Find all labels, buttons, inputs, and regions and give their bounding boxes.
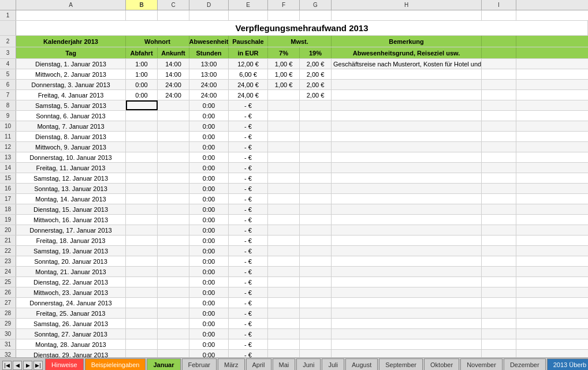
cell-27-D[interactable]: 0:00 (189, 298, 229, 308)
cell-15-I[interactable] (482, 173, 516, 183)
cell-15-G[interactable] (300, 173, 332, 183)
cell-17-D[interactable]: 0:00 (189, 194, 229, 204)
cell-1-F[interactable] (268, 10, 300, 20)
cell-11-B[interactable] (126, 132, 158, 141)
cell-18-C[interactable] (158, 204, 189, 214)
cell-22-A[interactable]: Samstag, 19. Januar 2013 (16, 246, 126, 256)
cell-4-I[interactable] (482, 59, 516, 69)
cell-4-H[interactable]: Geschäftsreise nach Musterort, Kosten fü… (332, 59, 482, 69)
cell-25-A[interactable]: Dienstag, 22. Januar 2013 (16, 277, 126, 287)
col-header-F[interactable]: F (268, 0, 300, 10)
cell-29-G[interactable] (300, 319, 332, 328)
cell-19-F[interactable] (268, 215, 300, 225)
cell-30-A[interactable]: Sonntag, 27. Januar 2013 (16, 329, 126, 339)
cell-6-I[interactable] (482, 80, 516, 89)
cell-19-H[interactable] (332, 215, 482, 225)
cell-24-B[interactable] (126, 267, 158, 276)
cell-29-B[interactable] (126, 319, 158, 328)
cell-1-E[interactable] (229, 10, 268, 20)
cell-9-G[interactable] (300, 111, 332, 121)
cell-14-F[interactable] (268, 163, 300, 173)
cell-25-G[interactable] (300, 277, 332, 287)
cell-5-I[interactable] (482, 69, 516, 79)
tab-hinweise[interactable]: Hinweise (45, 358, 84, 370)
cell-21-C[interactable] (158, 236, 189, 245)
cell-17-A[interactable]: Montag, 14. Januar 2013 (16, 194, 126, 204)
cell-25-E[interactable]: - € (229, 277, 268, 287)
cell-6-A[interactable]: Donnerstag, 3. Januar 2013 (16, 80, 126, 89)
cell-4-B[interactable]: 1:00 (126, 59, 158, 69)
cell-25-F[interactable] (268, 277, 300, 287)
cell-8-I[interactable] (482, 100, 516, 110)
cell-24-I[interactable] (482, 267, 516, 276)
cell-19-I[interactable] (482, 215, 516, 225)
cell-14-A[interactable]: Freitag, 11. Januar 2013 (16, 163, 126, 173)
cell-25-H[interactable] (332, 277, 482, 287)
cell-17-E[interactable]: - € (229, 194, 268, 204)
cell-22-G[interactable] (300, 246, 332, 256)
tab-2013-überb[interactable]: 2013 Überb (547, 358, 588, 370)
cell-28-F[interactable] (268, 308, 300, 318)
cell-30-G[interactable] (300, 329, 332, 339)
cell-7-H[interactable] (332, 90, 482, 100)
tab-juni[interactable]: Juni (296, 358, 321, 370)
cell-1-D[interactable] (189, 10, 229, 20)
cell-32-A[interactable]: Dienstag, 29. Januar 2013 (16, 350, 126, 357)
cell-12-I[interactable] (482, 142, 516, 152)
cell-13-H[interactable] (332, 152, 482, 162)
cell-28-H[interactable] (332, 308, 482, 318)
col-header-H[interactable]: H (332, 0, 482, 10)
cell-16-D[interactable]: 0:00 (189, 184, 229, 193)
cell-28-E[interactable]: - € (229, 308, 268, 318)
cell-12-G[interactable] (300, 142, 332, 152)
cell-27-I[interactable] (482, 298, 516, 308)
cell-32-F[interactable] (268, 350, 300, 357)
cell-21-H[interactable] (332, 236, 482, 245)
cell-29-F[interactable] (268, 319, 300, 328)
cell-10-H[interactable] (332, 121, 482, 131)
cell-17-G[interactable] (300, 194, 332, 204)
cell-5-E[interactable]: 6,00 € (229, 69, 268, 79)
cell-31-H[interactable] (332, 339, 482, 349)
cell-27-G[interactable] (300, 298, 332, 308)
cell-20-A[interactable]: Donnerstag, 17. Januar 2013 (16, 225, 126, 235)
cell-24-D[interactable]: 0:00 (189, 267, 229, 276)
tab-juli[interactable]: Juli (322, 358, 344, 370)
tab-februar[interactable]: Februar (182, 358, 217, 370)
cell-23-H[interactable] (332, 256, 482, 266)
cell-29-I[interactable] (482, 319, 516, 328)
col-header-G[interactable]: G (300, 0, 332, 10)
cell-16-B[interactable] (126, 184, 158, 193)
cell-9-I[interactable] (482, 111, 516, 121)
cell-19-G[interactable] (300, 215, 332, 225)
cell-6-H[interactable] (332, 80, 482, 89)
cell-1-H[interactable] (332, 10, 482, 20)
cell-14-H[interactable] (332, 163, 482, 173)
cell-14-I[interactable] (482, 163, 516, 173)
cell-8-F[interactable] (268, 100, 300, 110)
cell-30-D[interactable]: 0:00 (189, 329, 229, 339)
cell-31-F[interactable] (268, 339, 300, 349)
cell-17-F[interactable] (268, 194, 300, 204)
col-header-I[interactable]: I (482, 0, 516, 10)
cell-6-D[interactable]: 24:00 (189, 80, 229, 89)
cell-10-C[interactable] (158, 121, 189, 131)
cell-21-E[interactable]: - € (229, 236, 268, 245)
cell-9-B[interactable] (126, 111, 158, 121)
cell-27-A[interactable]: Donnerstag, 24. Januar 2013 (16, 298, 126, 308)
cell-20-I[interactable] (482, 225, 516, 235)
cell-11-H[interactable] (332, 132, 482, 141)
tab-märz[interactable]: März (218, 358, 244, 370)
cell-22-F[interactable] (268, 246, 300, 256)
cell-31-A[interactable]: Montag, 28. Januar 2013 (16, 339, 126, 349)
cell-30-C[interactable] (158, 329, 189, 339)
cell-24-E[interactable]: - € (229, 267, 268, 276)
cell-20-G[interactable] (300, 225, 332, 235)
cell-8-E[interactable]: - € (229, 100, 268, 110)
cell-18-G[interactable] (300, 204, 332, 214)
cell-9-A[interactable]: Sonntag, 6. Januar 2013 (16, 111, 126, 121)
cell-15-B[interactable] (126, 173, 158, 183)
cell-4-A[interactable]: Dienstag, 1. Januar 2013 (16, 59, 126, 69)
cell-29-H[interactable] (332, 319, 482, 328)
cell-16-C[interactable] (158, 184, 189, 193)
